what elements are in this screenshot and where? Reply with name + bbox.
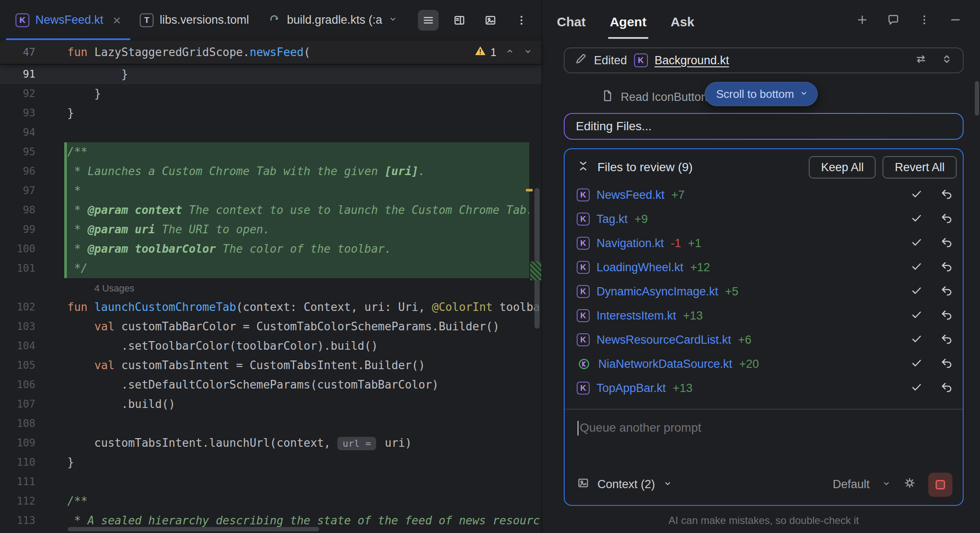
accept-file-icon[interactable] xyxy=(910,381,923,395)
accept-file-icon[interactable] xyxy=(910,332,923,347)
accept-file-icon[interactable] xyxy=(910,284,923,299)
code-line: 98 * @param context The context to use t… xyxy=(0,201,541,220)
assistant-header-actions xyxy=(856,13,962,28)
revert-file-icon[interactable] xyxy=(940,308,953,323)
new-chat-icon[interactable] xyxy=(856,13,869,28)
tab-chat[interactable]: Chat xyxy=(555,3,587,39)
file-name[interactable]: NewsResourceCardList.kt xyxy=(597,333,731,347)
kotlin-class-icon xyxy=(577,357,591,371)
file-name[interactable]: Tag.kt xyxy=(597,213,628,226)
revert-file-icon[interactable] xyxy=(940,357,953,371)
line-number: 107 xyxy=(0,395,41,414)
revert-file-icon[interactable] xyxy=(940,188,953,202)
vertical-scrollbar[interactable] xyxy=(534,188,540,329)
scroll-to-bottom-button[interactable]: Scroll to bottom xyxy=(704,82,818,106)
file-row[interactable]: K DynamicAsyncImage.kt +5 xyxy=(565,279,963,304)
code-line: 91 } xyxy=(0,65,541,84)
chevron-down-icon[interactable] xyxy=(663,478,672,491)
tab-ask[interactable]: Ask xyxy=(669,3,696,39)
accept-file-icon[interactable] xyxy=(910,212,923,226)
file-row[interactable]: K TopAppBar.kt +13 xyxy=(565,376,963,400)
file-row[interactable]: K NewsResourceCardList.kt +6 xyxy=(565,328,963,352)
file-name[interactable]: NiaNetworkDataSource.kt xyxy=(598,357,732,371)
gear-icon[interactable] xyxy=(903,477,916,492)
file-row[interactable]: NiaNetworkDataSource.kt +20 xyxy=(565,352,963,376)
chevron-down-icon[interactable] xyxy=(388,13,398,27)
additions-count: +6 xyxy=(738,333,751,347)
edited-file-card[interactable]: Edited K Background.kt xyxy=(564,47,964,73)
code-text: * xyxy=(64,181,529,201)
prev-change-icon[interactable] xyxy=(505,46,515,59)
diff-icon[interactable] xyxy=(914,53,927,69)
line-number: 95 xyxy=(0,142,41,162)
edited-file-link[interactable]: Background.kt xyxy=(655,54,729,67)
prompt-input[interactable]: Queue another prompt xyxy=(565,410,963,468)
next-change-icon[interactable] xyxy=(523,46,533,59)
warning-stripe-mark[interactable] xyxy=(526,189,533,191)
list-view-icon[interactable] xyxy=(418,10,439,31)
code-text xyxy=(41,123,541,142)
tab-build-gradle[interactable]: build.gradle.kts (:a xyxy=(258,0,407,40)
file-name[interactable]: Navigation.kt xyxy=(597,237,664,250)
file-row[interactable]: K LoadingWheel.kt +12 xyxy=(565,255,963,279)
warning-icon[interactable] xyxy=(474,45,486,60)
model-selector[interactable]: Default xyxy=(832,478,870,491)
panel-scrollbar[interactable] xyxy=(975,81,979,116)
file-row[interactable]: K InterestsItem.kt +13 xyxy=(565,304,963,328)
line-number: 105 xyxy=(0,356,41,375)
line-number: 101 xyxy=(0,259,41,278)
revert-file-icon[interactable] xyxy=(940,332,953,347)
accept-file-icon[interactable] xyxy=(910,236,923,251)
revert-file-icon[interactable] xyxy=(940,381,953,395)
context-selector[interactable]: Context (2) xyxy=(597,478,655,491)
tab-agent[interactable]: Agent xyxy=(608,3,648,39)
line-number: 47 xyxy=(0,46,41,58)
stop-generation-button[interactable] xyxy=(928,473,952,497)
review-title: Files to review (9) xyxy=(597,160,693,174)
horizontal-scrollbar[interactable] xyxy=(68,527,319,531)
revert-file-icon[interactable] xyxy=(940,236,953,251)
kebab-menu-icon[interactable] xyxy=(918,13,931,28)
revert-all-button[interactable]: Revert All xyxy=(883,156,957,179)
accept-file-icon[interactable] xyxy=(910,357,923,371)
edited-label: Edited xyxy=(594,54,627,67)
accept-file-icon[interactable] xyxy=(910,308,923,323)
revert-file-icon[interactable] xyxy=(940,284,953,299)
code-text: /** xyxy=(64,142,529,162)
file-row[interactable]: K Navigation.kt -1 +1 xyxy=(565,231,963,255)
sticky-header[interactable]: 47 fun LazyStaggeredGridScope.newsFeed( … xyxy=(0,41,541,65)
file-name[interactable]: InterestsItem.kt xyxy=(597,309,676,323)
tab-newsfeed[interactable]: K NewsFeed.kt × xyxy=(6,0,130,40)
accept-file-icon[interactable] xyxy=(910,260,923,275)
code-area[interactable]: 91 }92 }93}9495/**96 * Launches a Custom… xyxy=(0,65,541,533)
chevron-down-icon[interactable] xyxy=(882,478,891,491)
edited-card-actions xyxy=(914,53,953,69)
expand-icon[interactable] xyxy=(940,53,953,69)
hide-panel-icon[interactable] xyxy=(949,13,962,28)
chevron-down-icon xyxy=(799,88,809,101)
code-line: 111 xyxy=(0,472,541,492)
file-row[interactable]: K Tag.kt +9 xyxy=(565,207,963,231)
kebab-menu-icon[interactable] xyxy=(511,10,532,31)
revert-file-icon[interactable] xyxy=(940,260,953,275)
accept-file-icon[interactable] xyxy=(910,188,923,202)
image-icon[interactable] xyxy=(480,10,501,31)
close-tab-icon[interactable]: × xyxy=(113,13,121,27)
file-name[interactable]: NewsFeed.kt xyxy=(597,188,665,202)
split-editor-icon[interactable] xyxy=(449,10,470,31)
file-name[interactable]: DynamicAsyncImage.kt xyxy=(597,285,718,298)
collapse-icon[interactable] xyxy=(577,160,590,176)
line-number: 113 xyxy=(0,511,41,530)
file-name[interactable]: TopAppBar.kt xyxy=(597,382,666,395)
change-stripe-mark[interactable] xyxy=(530,261,541,280)
tab-libs-versions[interactable]: T libs.versions.toml xyxy=(130,0,258,40)
revert-file-icon[interactable] xyxy=(940,212,953,226)
keep-all-button[interactable]: Keep All xyxy=(809,156,876,179)
attach-image-icon[interactable] xyxy=(577,477,590,492)
file-name[interactable]: LoadingWheel.kt xyxy=(597,261,683,274)
toml-file-icon: T xyxy=(140,13,154,27)
line-number: 111 xyxy=(0,472,41,492)
code-text: } xyxy=(41,65,541,84)
conversations-icon[interactable] xyxy=(887,13,900,28)
file-row[interactable]: K NewsFeed.kt +7 xyxy=(565,183,963,207)
